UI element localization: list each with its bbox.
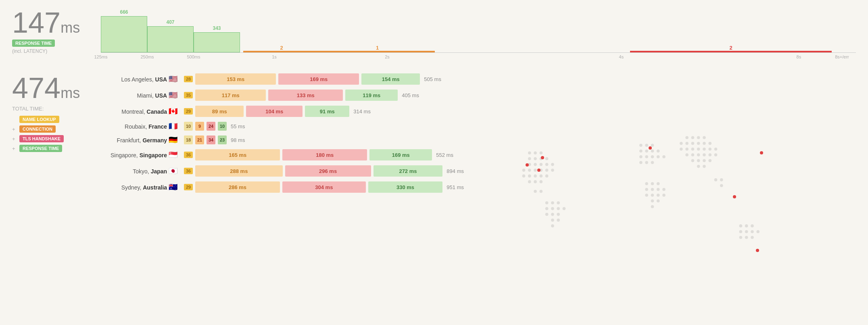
- mini-3-frankfurt: 34: [207, 135, 215, 144]
- legend-badge-response: RESPONSE TIME: [19, 145, 62, 152]
- response-time-badge: RESPONSE TIME: [12, 40, 55, 47]
- dot-la: [526, 163, 529, 167]
- mini-4-roubaix: 10: [218, 122, 227, 131]
- flag-sydney: 🇦🇺: [169, 183, 177, 191]
- response-time-sub: (incl. LATENCY): [12, 48, 47, 54]
- location-miami: Miami, USA 🇺🇸: [101, 91, 182, 100]
- orange-seg-2-container: 1: [320, 45, 435, 52]
- total-montreal: 314 ms: [353, 108, 371, 115]
- orange-seg-1-container: 2: [243, 45, 320, 52]
- bar-3: 343: [194, 25, 240, 52]
- legend-plus-1: [12, 117, 17, 123]
- location-montreal: Montreal, Canada 🇨🇦: [101, 107, 182, 116]
- legend-connection: + CONNECTION: [12, 125, 64, 133]
- bar-2-label: 407: [166, 19, 174, 25]
- seg3-sydney: 330 ms: [368, 181, 443, 193]
- mini-1-frankfurt: 18: [184, 135, 193, 144]
- seg2-montreal: 104 ms: [246, 106, 303, 117]
- bottom-section: 474ms TOTAL TIME: NAME LOOKUP + CONNECTI…: [12, 73, 856, 317]
- flag-frankfurt: 🇩🇪: [169, 136, 177, 144]
- legend-name-lookup: NAME LOOKUP: [12, 116, 64, 123]
- bar-chart: 666 407 343 2 1: [101, 8, 856, 61]
- mini-3-roubaix: 24: [207, 122, 215, 131]
- flag-la: 🇺🇸: [169, 75, 177, 83]
- location-singapore: Singapore, Singapore 🇸🇬: [101, 150, 182, 159]
- table-row-sydney: Sydney, Australia 🇦🇺 29 286 ms 304 ms 33…: [101, 181, 464, 193]
- total-la: 505 ms: [424, 76, 441, 82]
- legend-plus-4: +: [12, 146, 17, 152]
- mini-2-roubaix: 9: [195, 122, 204, 131]
- legend-badge-tls: TLS HANDSHAKE: [19, 135, 64, 142]
- location-tokyo: Tokyo, Japan 🇯🇵: [101, 167, 182, 175]
- num-montreal: 29: [184, 108, 193, 115]
- legend-badge-connection: CONNECTION: [19, 125, 56, 133]
- num-miami: 35: [184, 92, 193, 98]
- location-dots: [472, 73, 856, 317]
- seg3-miami: 119 ms: [345, 90, 398, 101]
- location-roubaix: Roubaix, France 🇫🇷: [101, 122, 182, 131]
- tick-2s: 2s: [385, 54, 390, 59]
- seg1-montreal: 89 ms: [195, 106, 244, 117]
- tick-8s-err: 8s+/err: [835, 54, 849, 59]
- flag-roubaix: 🇫🇷: [169, 122, 177, 130]
- bar-2: 407: [147, 19, 194, 52]
- num-tokyo: 36: [184, 168, 193, 174]
- total-miami: 405 ms: [402, 92, 419, 98]
- table-map-section: Los Angeles, USA 🇺🇸 28 153 ms 169 ms 154…: [101, 73, 856, 317]
- tick-250ms: 250ms: [140, 54, 154, 59]
- total-time-value: 474ms: [12, 73, 80, 102]
- red-seg-container: 2: [630, 45, 832, 52]
- dot-miami: [537, 169, 540, 172]
- response-time-panel: 147ms RESPONSE TIME (incl. LATENCY): [12, 8, 93, 54]
- tick-4s: 4s: [619, 54, 624, 59]
- total-tokyo: 894 ms: [447, 168, 464, 174]
- chart-axis: 125ms 250ms 500ms 1s 2s 4s 8s 8s+/err: [101, 52, 856, 61]
- table-row-miami: Miami, USA 🇺🇸 35 117 ms 133 ms 119 ms 40…: [101, 90, 464, 101]
- seg3-singapore: 169 ms: [369, 149, 432, 160]
- table-row-montreal: Montreal, Canada 🇨🇦 29 89 ms 104 ms 91 m…: [101, 106, 464, 117]
- seg3-montreal: 91 ms: [305, 106, 349, 117]
- location-la: Los Angeles, USA 🇺🇸: [101, 75, 182, 83]
- seg2-sydney: 304 ms: [282, 181, 365, 193]
- bar-3-label: 343: [213, 25, 221, 31]
- table-row-frankfurt: Frankfurt, Germany 🇩🇪 18 21 34 23 98 ms: [101, 135, 464, 144]
- dot-tokyo: [760, 151, 763, 154]
- top-section: 147ms RESPONSE TIME (incl. LATENCY) 666 …: [12, 8, 856, 61]
- orange-seg-1-label: 2: [243, 45, 320, 51]
- seg2-la: 169 ms: [278, 73, 359, 85]
- summary-panel: 474ms TOTAL TIME: NAME LOOKUP + CONNECTI…: [12, 73, 93, 317]
- seg1-miami: 117 ms: [195, 90, 266, 101]
- table-row-la: Los Angeles, USA 🇺🇸 28 153 ms 169 ms 154…: [101, 73, 464, 85]
- mini-2-frankfurt: 21: [195, 135, 204, 144]
- tick-125ms: 125ms: [94, 54, 107, 59]
- seg1-sydney: 286 ms: [195, 181, 280, 193]
- num-sydney: 29: [184, 184, 193, 190]
- bar-1-rect: [101, 16, 147, 52]
- legend-tls: + TLS HANDSHAKE: [12, 135, 64, 142]
- table-row-roubaix: Roubaix, France 🇫🇷 10 9 24 10 55 ms: [101, 122, 464, 131]
- flag-tokyo: 🇯🇵: [169, 167, 177, 175]
- flag-miami: 🇺🇸: [169, 91, 177, 99]
- mini-1-roubaix: 10: [184, 122, 193, 131]
- seg3-tokyo: 272 ms: [373, 165, 443, 177]
- table-row-singapore: Singapore, Singapore 🇸🇬 36 165 ms 180 ms…: [101, 149, 464, 160]
- seg2-miami: 133 ms: [268, 90, 343, 101]
- mini-4-frankfurt: 23: [218, 135, 227, 144]
- dot-sydney: [756, 249, 759, 252]
- bar-chart-bars: 666 407 343 2 1: [101, 12, 856, 52]
- total-singapore: 552 ms: [436, 152, 453, 158]
- tick-8s: 8s: [797, 54, 801, 59]
- num-singapore: 36: [184, 152, 193, 158]
- location-frankfurt: Frankfurt, Germany 🇩🇪: [101, 135, 182, 144]
- total-label: TOTAL TIME:: [12, 106, 44, 112]
- legend-response: + RESPONSE TIME: [12, 145, 64, 152]
- total-sydney: 951 ms: [447, 184, 464, 190]
- main-container: 147ms RESPONSE TIME (incl. LATENCY) 666 …: [0, 0, 868, 325]
- bar-1-label: 666: [120, 9, 128, 15]
- location-sydney: Sydney, Australia 🇦🇺: [101, 183, 182, 192]
- legend-plus-3: +: [12, 136, 17, 142]
- dot-singapore: [733, 195, 736, 198]
- legend-badge-name-lookup: NAME LOOKUP: [19, 116, 59, 123]
- num-la: 28: [184, 76, 193, 82]
- bar-2-rect: [147, 26, 194, 52]
